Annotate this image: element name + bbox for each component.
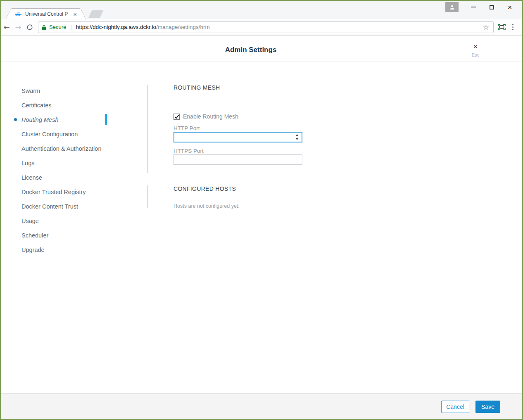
maximize-button[interactable] <box>483 1 501 13</box>
enable-routing-mesh-checkbox[interactable] <box>174 114 180 120</box>
modal-footer: Cancel Save <box>1 393 522 419</box>
url-bar[interactable]: Secure | https://ddc-nightly.qa.aws.dckr… <box>38 21 494 33</box>
sidebar-item-label: Routing Mesh <box>21 116 58 123</box>
routing-mesh-heading: ROUTING MESH <box>174 84 220 91</box>
url-path: /manage/settings/hrm <box>156 24 210 30</box>
http-port-input[interactable] <box>174 132 302 142</box>
sidebar-item-label: Cluster Configuration <box>21 131 78 138</box>
new-tab-button[interactable] <box>88 10 103 18</box>
secure-label[interactable]: Secure <box>49 24 66 30</box>
https-port-input[interactable] <box>174 154 302 165</box>
close-icon[interactable]: × <box>469 43 482 50</box>
browser-tab[interactable]: Universal Control Plane × <box>12 8 80 19</box>
enable-routing-mesh-label: Enable Routing Mesh <box>183 113 238 120</box>
sidebar-item-upgrade[interactable]: Upgrade <box>21 242 104 257</box>
toolbar-right <box>494 24 520 30</box>
secure-lock-icon <box>42 24 46 30</box>
sidebar-item-logs[interactable]: Logs <box>21 156 104 170</box>
save-button[interactable]: Save <box>475 401 500 413</box>
sidebar-item-label: Usage <box>21 218 39 224</box>
url-separator: | <box>70 24 72 31</box>
sidebar-item-swarm[interactable]: Swarm <box>21 83 104 98</box>
screenshot-extension-icon[interactable] <box>498 24 506 30</box>
section-divider <box>147 85 148 173</box>
browser-window: { "browser": { "tab_title": "Universal C… <box>0 0 523 420</box>
spinner-down-icon <box>295 138 299 140</box>
sidebar-item-label: License <box>21 174 42 181</box>
http-port-label: HTTP Port <box>174 125 200 131</box>
sidebar-nav: SwarmCertificatesRouting MeshCluster Con… <box>21 83 104 257</box>
sidebar-item-cluster-configuration[interactable]: Cluster Configuration <box>21 127 104 141</box>
sidebar-item-scheduler[interactable]: Scheduler <box>21 228 104 242</box>
reload-button[interactable] <box>24 24 36 31</box>
bookmark-star-icon[interactable]: ☆ <box>482 23 490 31</box>
minimize-button[interactable] <box>464 1 483 13</box>
url-text[interactable]: https://ddc-nightly.qa.aws.dckr.io/manag… <box>76 24 479 30</box>
modal-close-button[interactable]: × Esc <box>469 43 482 57</box>
cancel-button[interactable]: Cancel <box>441 401 469 413</box>
spinner-up-icon <box>295 134 299 136</box>
tab-title: Universal Control Plane <box>25 11 68 17</box>
configured-hosts-heading: CONFIGURED HOSTS <box>174 185 236 192</box>
sidebar-item-label: Docker Content Trust <box>21 203 78 210</box>
window-controls: × <box>445 1 519 13</box>
sidebar-item-label: Swarm <box>21 88 40 94</box>
modal-header: Admin Settings × Esc <box>1 36 522 62</box>
sidebar-item-label: Upgrade <box>21 247 45 253</box>
sidebar-item-label: Scheduler <box>21 232 48 239</box>
page-title: Admin Settings <box>225 46 277 54</box>
text-caret <box>177 134 177 140</box>
sidebar-item-docker-content-trust[interactable]: Docker Content Trust <box>21 199 104 214</box>
sidebar-item-usage[interactable]: Usage <box>21 214 104 228</box>
sidebar-item-certificates[interactable]: Certificates <box>21 98 104 112</box>
active-item-dot <box>14 118 17 121</box>
sidebar-item-authentication-authorization[interactable]: Authentication & Authorization <box>21 141 104 156</box>
sidebar-item-label: Authentication & Authorization <box>21 145 101 152</box>
sidebar-item-docker-trusted-registry[interactable]: Docker Trusted Registry <box>21 185 104 199</box>
browser-menu-icon[interactable] <box>511 24 515 30</box>
sidebar-item-label: Logs <box>21 160 34 166</box>
hosts-empty-message: Hosts are not configured yet. <box>174 203 240 209</box>
sidebar-item-label: Docker Trusted Registry <box>21 189 86 195</box>
url-host: https://ddc-nightly.qa.aws.dckr.io <box>76 24 156 30</box>
forward-button: → <box>12 23 24 31</box>
esc-label: Esc <box>469 52 482 57</box>
number-spinner[interactable] <box>295 134 299 140</box>
admin-settings-page: Admin Settings × Esc SwarmCertificatesRo… <box>1 36 522 419</box>
close-window-button[interactable]: × <box>501 1 519 13</box>
browser-toolbar: ← → Secure | https://ddc-nightly.qa.aws.… <box>1 19 522 36</box>
https-port-label: HTTPS Port <box>174 148 204 154</box>
browser-titlebar: Universal Control Plane × × <box>1 1 522 19</box>
enable-routing-mesh-row[interactable]: Enable Routing Mesh <box>174 113 238 120</box>
sidebar-item-label: Certificates <box>21 102 52 109</box>
tab-close-icon[interactable]: × <box>71 11 78 17</box>
docker-whale-favicon <box>15 12 22 17</box>
back-button[interactable]: ← <box>1 23 12 31</box>
sidebar-item-license[interactable]: License <box>21 170 104 185</box>
section-divider <box>147 185 148 208</box>
profile-icon[interactable] <box>445 2 459 12</box>
active-item-bar <box>105 114 107 125</box>
sidebar-item-routing-mesh[interactable]: Routing Mesh <box>21 112 104 127</box>
